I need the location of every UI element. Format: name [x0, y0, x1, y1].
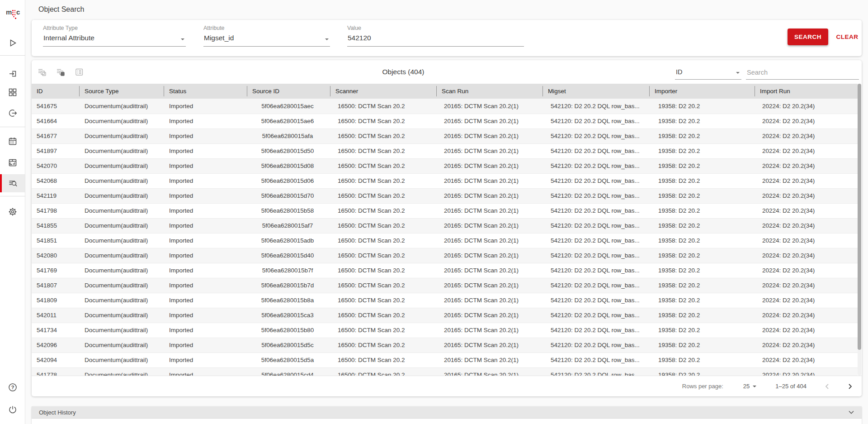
table-cell: 541807 [32, 278, 79, 293]
filter-column-select[interactable]: ID [675, 63, 741, 80]
table-cell: 20165: DCTM Scan 20.2(1) [436, 218, 542, 233]
previous-page-icon[interactable] [822, 381, 833, 392]
table-cell: Documentum(audittrail) [79, 248, 164, 263]
table-cell: 5f06ea6280015b8a [247, 293, 330, 308]
table-cell: 20224: D2 20.2(34) [755, 353, 858, 367]
object-history-header[interactable]: Object History [32, 406, 862, 419]
table-cell: 541897 [32, 143, 79, 158]
table-scrollbar[interactable] [858, 84, 861, 376]
sign-out-icon[interactable] [0, 104, 25, 122]
table-cell: 19358: D2 20.2 [649, 338, 755, 353]
table-cell: 542068 [32, 173, 79, 188]
scan-runs-icon[interactable] [0, 153, 25, 172]
play-icon[interactable] [0, 34, 25, 52]
table-row[interactable]: 542070Documentum(audittrail)Imported5f06… [32, 158, 858, 173]
table-row[interactable]: 541855Documentum(audittrail)Imported5f06… [32, 218, 858, 233]
settings-icon[interactable] [0, 203, 25, 221]
object-search-icon[interactable] [0, 174, 25, 192]
table-cell: 16500: DCTM Scan 20.2 [330, 188, 436, 203]
table-row[interactable]: 541807Documentum(audittrail)Imported5f06… [32, 278, 858, 293]
sidebar-divider [0, 127, 25, 127]
calendar-icon[interactable] [0, 132, 25, 150]
value-field[interactable]: Value 542120 [347, 25, 524, 47]
table-row[interactable]: 541769Documentum(audittrail)Imported5f06… [32, 263, 858, 278]
column-header: Status [164, 84, 247, 99]
table-row[interactable]: 542068Documentum(audittrail)Imported5f06… [32, 173, 858, 188]
table-row[interactable]: 541664Documentum(audittrail)Imported5f06… [32, 114, 858, 129]
table-row[interactable]: 542119Documentum(audittrail)Imported5f06… [32, 188, 858, 203]
table-cell: 542120: D2 20.2 DQL row_bas... [542, 218, 649, 233]
value-label: Value [347, 25, 524, 31]
table-cell: 19358: D2 20.2 [649, 293, 755, 308]
table-cell: 20224: D2 20.2(34) [755, 114, 858, 129]
table-cell: 542120: D2 20.2 DQL row_bas... [542, 203, 649, 218]
table-cell: Imported [164, 188, 247, 203]
table-row[interactable]: 541897Documentum(audittrail)Imported5f06… [32, 143, 858, 158]
power-icon[interactable] [0, 400, 25, 419]
table-cell: 20165: DCTM Scan 20.2(1) [436, 233, 542, 248]
table-cell: Documentum(audittrail) [79, 114, 164, 129]
attribute-type-select[interactable]: Attribute Type Internal Attribute [43, 25, 186, 47]
table-cell: 20224: D2 20.2(34) [755, 248, 858, 263]
table-row[interactable]: 541734Documentum(audittrail)Imported5f06… [32, 323, 858, 338]
table-row[interactable]: 541677Documentum(audittrail)Imported5f06… [32, 129, 858, 143]
table-cell: 542080 [32, 248, 79, 263]
table-row[interactable]: 541675Documentum(audittrail)Imported5f06… [32, 99, 858, 114]
app-logo: m c [6, 6, 21, 22]
table-cell: 5f06ea6280015d50 [247, 143, 330, 158]
search-form-card: Attribute Type Internal Attribute Attrib… [32, 20, 862, 56]
attribute-value: Migset_id [203, 34, 330, 47]
table-cell: Imported [164, 248, 247, 263]
table-cell: 5f06ea6280015b58 [247, 203, 330, 218]
sign-in-icon[interactable] [0, 65, 25, 83]
table-row[interactable]: 542094Documentum(audittrail)Imported5f06… [32, 353, 858, 367]
table-cell: 16500: DCTM Scan 20.2 [330, 158, 436, 173]
table-cell: 19358: D2 20.2 [649, 278, 755, 293]
table-cell: 20165: DCTM Scan 20.2(1) [436, 308, 542, 323]
table-cell: 542120: D2 20.2 DQL row_bas... [542, 367, 649, 376]
table-row[interactable]: 541778Documentum(audittrail)Imported5f06… [32, 367, 858, 376]
table-cell: Imported [164, 338, 247, 353]
column-header: Scanner [330, 84, 436, 99]
table-cell: Imported [164, 293, 247, 308]
table-cell: 16500: DCTM Scan 20.2 [330, 173, 436, 188]
rows-per-page-select[interactable]: 25 [743, 383, 756, 390]
pagination-bar: Rows per page: 25 1–25 of 404 [32, 376, 862, 396]
apps-grid-icon[interactable] [0, 83, 25, 101]
search-button[interactable]: SEARCH [788, 29, 828, 45]
object-history-title: Object History [39, 409, 76, 416]
help-icon[interactable]: ? [0, 378, 25, 396]
table-cell: 5f06ea6280015af7 [247, 218, 330, 233]
scrollbar-thumb[interactable] [858, 84, 861, 350]
table-row[interactable]: 541809Documentum(audittrail)Imported5f06… [32, 293, 858, 308]
table-cell: 20224: D2 20.2(34) [755, 338, 858, 353]
table-cell: 16500: DCTM Scan 20.2 [330, 129, 436, 143]
sidebar-divider [0, 55, 25, 56]
table-search-input[interactable] [746, 63, 859, 79]
attribute-select[interactable]: Attribute Migset_id [203, 25, 330, 47]
table-cell: 20165: DCTM Scan 20.2(1) [436, 338, 542, 353]
table-row[interactable]: 542011Documentum(audittrail)Imported5f06… [32, 308, 858, 323]
table-cell: 20165: DCTM Scan 20.2(1) [436, 99, 542, 114]
table-cell: 16500: DCTM Scan 20.2 [330, 114, 436, 129]
table-row[interactable]: 541851Documentum(audittrail)Imported5f06… [32, 233, 858, 248]
table-row[interactable]: 542080Documentum(audittrail)Imported5f06… [32, 248, 858, 263]
clear-button[interactable]: CLEAR [835, 29, 859, 45]
attribute-type-value: Internal Attribute [43, 34, 186, 47]
table-row[interactable]: 541798Documentum(audittrail)Imported5f06… [32, 203, 858, 218]
table-cell: Imported [164, 323, 247, 338]
table-cell: Imported [164, 308, 247, 323]
table-cell: Documentum(audittrail) [79, 218, 164, 233]
next-page-icon[interactable] [844, 381, 855, 392]
table-cell: 20165: DCTM Scan 20.2(1) [436, 188, 542, 203]
table-cell: 20165: DCTM Scan 20.2(1) [436, 129, 542, 143]
table-cell: 541855 [32, 218, 79, 233]
table-cell: 5f06ea6280015d5c [247, 338, 330, 353]
table-cell: Documentum(audittrail) [79, 129, 164, 143]
table-cell: 19358: D2 20.2 [649, 99, 755, 114]
table-cell: 20224: D2 20.2(34) [755, 367, 858, 376]
table-cell: Imported [164, 173, 247, 188]
table-row[interactable]: 542096Documentum(audittrail)Imported5f06… [32, 338, 858, 353]
attribute-type-label: Attribute Type [43, 25, 186, 31]
chevron-down-icon [753, 386, 756, 387]
